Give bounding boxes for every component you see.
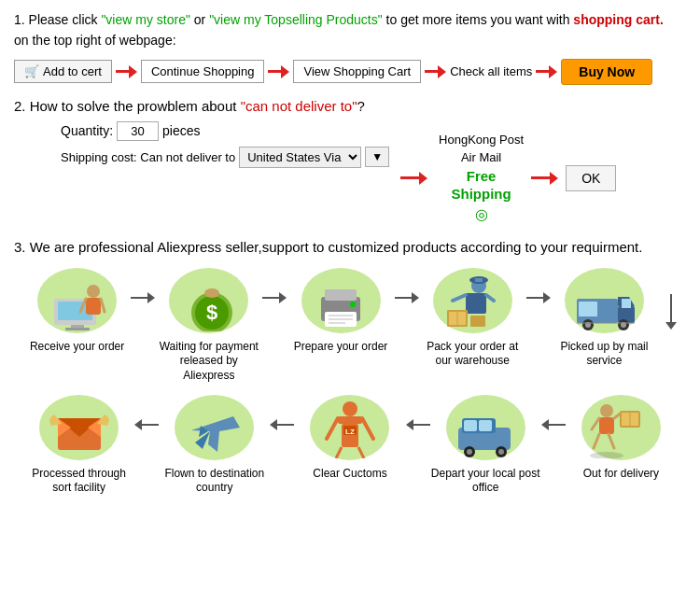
process-row2: Out for delivery [23, 393, 677, 496]
step-depart-label: Depart your local post office [430, 467, 541, 496]
svg-point-59 [498, 449, 504, 455]
step-pack: Pack your order at our warehouse [419, 266, 526, 369]
step-depart-icon [443, 393, 527, 463]
flown-svg [182, 398, 247, 458]
svg-rect-3 [65, 328, 90, 330]
section1-more: to get more items you want with [386, 12, 574, 27]
step-pickup: Picked up by mail service [551, 266, 658, 369]
delivery-svg [588, 398, 653, 458]
svg-line-68 [358, 447, 364, 458]
s3-num: 3. [14, 239, 26, 255]
arrow1 [116, 65, 137, 78]
s2-end: ? [357, 98, 365, 114]
step-receive-label: Receive your order [30, 340, 124, 355]
shopping-cart-link[interactable]: shopping cart. [573, 12, 663, 27]
view-cart-button[interactable]: View Shopping Cart [293, 60, 421, 83]
step-prepare-icon [299, 266, 383, 336]
add-to-cart-button[interactable]: 🛒 Add to cert [14, 60, 112, 83]
step-delivery-icon [579, 393, 663, 463]
step-pack-label: Pack your order at our warehouse [419, 340, 526, 369]
svg-rect-31 [470, 316, 485, 327]
check-items-text: Check all items [450, 64, 532, 78]
svg-rect-19 [329, 318, 353, 320]
connector1 [131, 266, 155, 303]
svg-rect-12 [206, 291, 217, 297]
svg-line-13 [199, 330, 204, 331]
continue-shopping-button[interactable]: Continue Shopping [141, 60, 265, 83]
free-shipping-text: FreeShipping [439, 167, 524, 204]
step-prepare-label: Prepare your order [294, 340, 388, 355]
svg-point-60 [343, 401, 357, 416]
svg-point-21 [350, 302, 356, 307]
connector7 [270, 393, 294, 430]
step-receive-icon [35, 266, 119, 336]
step-flown-icon [173, 393, 257, 463]
hongkong-line1: HongKong Post [439, 131, 524, 149]
customs-svg: LZ [317, 398, 383, 458]
svg-rect-54 [464, 420, 477, 431]
ok-button[interactable]: OK [566, 165, 616, 191]
view-topselling-link[interactable]: "view my Topselling Products" [209, 12, 383, 27]
connector5 [541, 393, 566, 430]
depart-svg [453, 398, 518, 458]
step-customs-icon: LZ [308, 393, 392, 463]
step-depart: Depart your local post office [430, 393, 541, 496]
svg-line-47 [609, 434, 614, 448]
section3: 3. We are professional Aliexpress seller… [14, 239, 686, 496]
connector3 [395, 266, 419, 303]
step-payment-label: Waiting for payment released by Aliexpre… [155, 340, 262, 384]
section1-intro: Please click [29, 12, 102, 27]
sort-svg [47, 398, 112, 458]
prepare-svg [308, 271, 373, 331]
shipping-dropdown-btn[interactable]: ▼ [365, 147, 389, 167]
svg-rect-5 [86, 298, 101, 315]
process-flow: Receive your order $ [14, 266, 686, 496]
hongkong-box: HongKong Post Air Mail FreeShipping ◎ [439, 131, 524, 226]
payment-svg: $ [176, 271, 242, 331]
step-payment-icon: $ [167, 266, 251, 336]
shipping-select[interactable]: United States Via [239, 147, 361, 168]
shipping-row: Shipping cost: Can not deliver to United… [61, 147, 389, 168]
svg-rect-33 [579, 302, 597, 316]
svg-point-51 [590, 452, 623, 458]
step-delivery: Out for delivery [566, 393, 677, 482]
ok-arrow [531, 172, 558, 185]
step-sort-icon [37, 393, 121, 463]
s3-title-text: We are professional Aliexpress seller,su… [30, 239, 643, 255]
section3-title: 3. We are professional Aliexpress seller… [14, 239, 686, 255]
svg-point-57 [467, 449, 472, 455]
receive-svg [45, 271, 110, 331]
svg-line-27 [486, 295, 494, 301]
buy-now-button[interactable]: Buy Now [561, 59, 652, 85]
svg-rect-24 [475, 278, 483, 282]
connector8 [134, 393, 159, 430]
pack-svg [440, 271, 505, 331]
deliver-right: HongKong Post Air Mail FreeShipping ◎ OK [439, 131, 616, 226]
shipping-label: Shipping cost: Can not deliver to [61, 150, 235, 164]
step-receive: Receive your order [23, 266, 131, 355]
connector6 [406, 393, 430, 430]
pickup-svg [571, 271, 637, 331]
qty-row: Quantity: pieces [61, 121, 389, 141]
svg-text:$: $ [206, 301, 217, 324]
step-pickup-label: Picked up by mail service [551, 340, 658, 369]
svg-rect-16 [325, 289, 357, 301]
svg-rect-18 [329, 315, 353, 316]
section2: 2. How to solve the prowblem about "can … [14, 98, 686, 226]
view-store-link[interactable]: "view my store" [101, 12, 190, 27]
arrow4 [536, 65, 557, 78]
s2-num: 2. [14, 98, 26, 114]
step-prepare: Prepare your order [287, 266, 394, 355]
section1-or: or [194, 12, 209, 27]
step-pickup-icon [562, 266, 646, 336]
step-sort: Processed through sort facility [23, 393, 134, 496]
svg-rect-43 [599, 417, 614, 434]
hongkong-line2: Air Mail [439, 148, 524, 167]
cart-steps: 🛒 Add to cert Continue Shopping View Sho… [14, 59, 686, 85]
svg-rect-25 [466, 293, 486, 314]
arrow2 [268, 65, 289, 78]
step-delivery-label: Out for delivery [583, 467, 659, 482]
qty-input[interactable] [117, 121, 159, 141]
step-flown: Flown to destination country [159, 393, 270, 496]
step-payment: $ Waiting for payment released by Aliexp… [155, 266, 262, 384]
